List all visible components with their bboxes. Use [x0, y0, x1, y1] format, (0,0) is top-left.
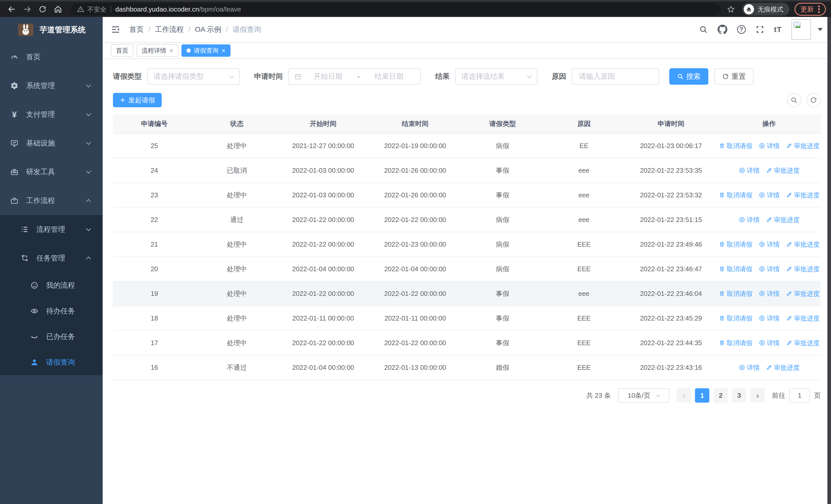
search-button[interactable]: 搜索 — [669, 68, 708, 85]
refresh-table-icon[interactable] — [806, 93, 821, 107]
cancel-leave-link[interactable]: 取消请假 — [719, 314, 752, 323]
sidebar-item-基础设施[interactable]: 基础设施 — [0, 129, 103, 157]
detail-link[interactable]: 详情 — [739, 166, 760, 175]
tag-流程详情[interactable]: 流程详情× — [137, 45, 178, 57]
approval-progress-link[interactable]: 审批进度 — [786, 339, 820, 347]
cancel-leave-link[interactable]: 取消请假 — [719, 339, 752, 347]
trash-icon — [719, 192, 725, 198]
table-cell: 17 — [113, 330, 196, 355]
sidebar-item-系统管理[interactable]: 系统管理 — [0, 71, 103, 100]
sidebar-item-流程管理[interactable]: 流程管理 — [0, 215, 103, 244]
table-cell: 处理中 — [196, 134, 278, 158]
date-range-picker[interactable]: 开始日期 - 结束日期 — [288, 68, 421, 85]
detail-link[interactable]: 详情 — [758, 290, 780, 298]
kebab-menu-icon[interactable] — [818, 5, 820, 13]
tag-首页[interactable]: 首页 — [111, 45, 134, 57]
approval-progress-link[interactable]: 审批进度 — [786, 191, 820, 199]
table-row: 19处理中2022-01-22 00:00:002022-01-22 00:00… — [113, 281, 821, 306]
chevron-down-icon[interactable] — [818, 28, 823, 31]
close-icon[interactable]: × — [169, 47, 173, 54]
cancel-leave-link[interactable]: 取消请假 — [719, 142, 752, 150]
detail-link[interactable]: 详情 — [758, 339, 780, 347]
table-cell: eee — [543, 183, 625, 207]
approval-progress-link[interactable]: 审批进度 — [766, 363, 800, 372]
page-button-1[interactable]: 1 — [695, 388, 709, 403]
cancel-leave-link[interactable]: 取消请假 — [719, 240, 752, 249]
page-size-select[interactable]: 10条/页 — [618, 388, 669, 403]
detail-link[interactable]: 详情 — [758, 240, 780, 249]
breadcrumb-item: 请假查询 — [232, 25, 261, 34]
next-page-button[interactable]: › — [750, 388, 765, 403]
github-icon[interactable] — [718, 25, 727, 34]
sidebar-item-支付管理[interactable]: ¥支付管理 — [0, 100, 103, 129]
leave-type-select[interactable]: 请选择请假类型 — [147, 68, 240, 85]
detail-link[interactable]: 详情 — [739, 215, 760, 224]
pen-icon — [786, 192, 793, 198]
create-leave-button[interactable]: 发起请假 — [113, 93, 162, 107]
detail-link[interactable]: 详情 — [758, 265, 780, 273]
cancel-leave-link[interactable]: 取消请假 — [719, 191, 752, 199]
reason-label: 原因 — [552, 71, 566, 81]
forward-icon[interactable] — [21, 3, 34, 16]
avatar[interactable] — [792, 19, 811, 40]
back-icon[interactable] — [5, 3, 19, 16]
approval-progress-link[interactable]: 审批进度 — [786, 314, 820, 323]
breadcrumb-item[interactable]: 首页 — [130, 25, 144, 34]
reason-input[interactable] — [578, 72, 653, 81]
collapse-sidebar-icon[interactable] — [111, 25, 120, 34]
sidebar-item-我的流程[interactable]: 我的流程 — [0, 272, 103, 298]
reset-button[interactable]: 重置 — [715, 68, 753, 85]
security-status[interactable]: 不安全 — [77, 5, 107, 13]
table-cell: 2022-01-22 23:45:29 — [625, 306, 717, 330]
font-size-icon[interactable]: tT — [774, 25, 782, 34]
cancel-leave-link[interactable]: 取消请假 — [719, 265, 752, 273]
action-label: 审批进度 — [794, 314, 820, 323]
table-cell: 婚假 — [462, 355, 543, 380]
sidebar-item-label: 基础设施 — [26, 138, 55, 148]
home-icon[interactable] — [51, 3, 65, 16]
sidebar-item-待办任务[interactable]: 待办任务 — [0, 298, 103, 324]
approval-progress-link[interactable]: 审批进度 — [786, 290, 820, 298]
reload-icon[interactable] — [36, 3, 49, 16]
address-bar[interactable]: 不安全 dashboard.yudao.iocoder.cn/bpm/oa/le… — [71, 3, 721, 16]
browser-scrollbar[interactable] — [827, 17, 831, 504]
table-cell: 20 — [113, 257, 196, 281]
result-select[interactable]: 请选择流结果 — [455, 68, 537, 85]
tag-请假查询[interactable]: 请假查询× — [181, 45, 230, 57]
browser-update-button[interactable]: 更新 — [795, 3, 826, 16]
sidebar-item-任务管理[interactable]: 任务管理 — [0, 244, 103, 272]
search-icon[interactable] — [699, 25, 708, 34]
approval-progress-link[interactable]: 审批进度 — [786, 240, 820, 249]
detail-link[interactable]: 详情 — [739, 363, 760, 372]
page-button-3[interactable]: 3 — [732, 388, 746, 403]
approval-progress-link[interactable]: 审批进度 — [786, 265, 820, 273]
actions-cell: 取消请假详情审批进度 — [717, 232, 821, 257]
fullscreen-icon[interactable] — [755, 25, 764, 34]
navbar-tools: ? tT — [699, 19, 823, 40]
sidebar-item-研发工具[interactable]: 研发工具 — [0, 157, 103, 186]
goto-page-input[interactable] — [790, 388, 810, 403]
eye-closed-icon — [30, 333, 38, 341]
app-logo[interactable]: 芋道管理系统 — [0, 17, 103, 42]
sidebar-item-请假查询[interactable]: 请假查询 — [0, 350, 103, 375]
detail-link[interactable]: 详情 — [758, 314, 780, 323]
show-search-icon[interactable] — [787, 93, 801, 107]
help-icon[interactable]: ? — [737, 25, 746, 34]
sidebar-item-首页[interactable]: 首页 — [0, 42, 103, 71]
close-icon[interactable]: × — [222, 47, 225, 54]
approval-progress-link[interactable]: 审批进度 — [766, 166, 800, 175]
sidebar-item-已办任务[interactable]: 已办任务 — [0, 324, 103, 350]
detail-link[interactable]: 详情 — [758, 142, 780, 150]
breadcrumb-item[interactable]: OA 示例 — [195, 25, 222, 34]
trash-icon — [719, 290, 725, 297]
approval-progress-link[interactable]: 审批进度 — [766, 215, 800, 224]
approval-progress-link[interactable]: 审批进度 — [786, 142, 820, 150]
sidebar-item-工作流程[interactable]: 工作流程 — [0, 186, 103, 215]
cancel-leave-link[interactable]: 取消请假 — [719, 290, 752, 298]
prev-page-button[interactable]: ‹ — [677, 388, 691, 403]
breadcrumb-item[interactable]: 工作流程 — [155, 25, 184, 34]
bookmark-star-icon[interactable] — [727, 5, 735, 13]
filter-leave-type: 请假类型 请选择请假类型 — [113, 68, 240, 85]
page-button-2[interactable]: 2 — [713, 388, 728, 403]
detail-link[interactable]: 详情 — [758, 191, 780, 199]
